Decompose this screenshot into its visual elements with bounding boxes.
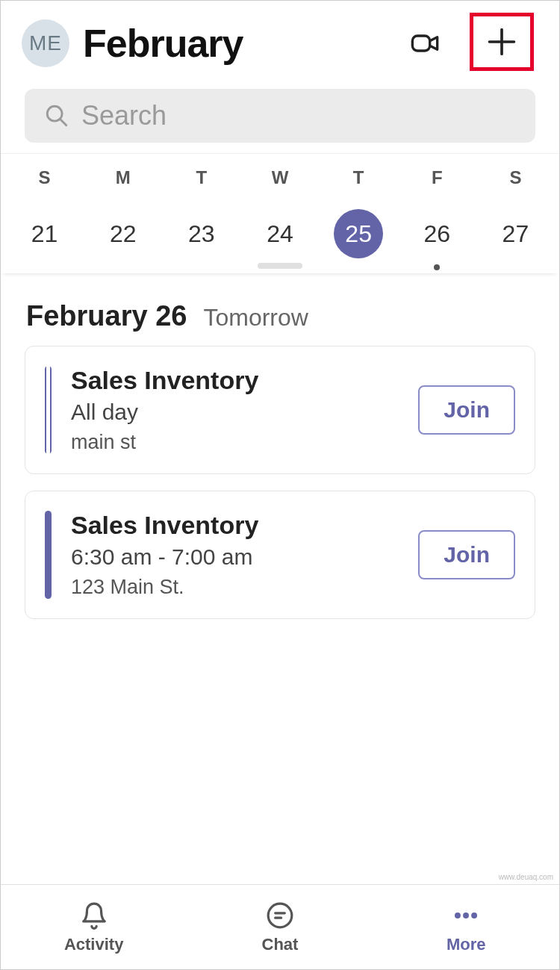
event-card[interactable]: Sales InventoryAll daymain stJoin [25, 346, 535, 474]
day-number: 21 [20, 209, 69, 258]
day-col[interactable]: T25 [320, 167, 398, 258]
bell-icon [80, 901, 108, 930]
plus-icon [485, 25, 518, 58]
video-icon [410, 28, 440, 58]
agenda-date: February 26 [26, 300, 187, 332]
search-input[interactable] [81, 100, 516, 131]
day-letter: T [353, 167, 364, 188]
day-col[interactable]: S27 [476, 167, 555, 258]
watermark: www.deuaq.com [499, 873, 553, 881]
chat-icon [266, 901, 294, 930]
add-event-button[interactable] [484, 24, 520, 60]
header-actions [407, 14, 534, 72]
day-number: 25 [334, 209, 383, 258]
nav-more[interactable]: More [373, 885, 559, 969]
event-location: 123 Main St. [71, 576, 399, 599]
more-icon [452, 901, 480, 930]
day-col[interactable]: W24 [240, 167, 319, 258]
svg-point-8 [455, 913, 461, 918]
svg-rect-0 [412, 36, 429, 51]
meet-now-button[interactable] [407, 25, 443, 61]
event-accent-bar [45, 366, 52, 454]
day-number: 26 [412, 209, 461, 258]
page-title: February [83, 21, 393, 66]
event-title: Sales Inventory [71, 511, 399, 540]
nav-more-label: More [447, 935, 486, 954]
svg-line-4 [60, 119, 66, 125]
svg-point-10 [471, 913, 477, 918]
event-info: Sales Inventory6:30 am - 7:00 am123 Main… [71, 511, 399, 599]
nav-chat[interactable]: Chat [187, 885, 373, 969]
event-card[interactable]: Sales Inventory6:30 am - 7:00 am123 Main… [25, 491, 535, 619]
add-event-highlight [470, 13, 534, 71]
day-letter: W [272, 167, 289, 188]
day-letter: M [116, 167, 131, 188]
event-accent-bar [45, 511, 52, 599]
event-info: Sales InventoryAll daymain st [71, 366, 399, 454]
svg-point-5 [268, 904, 292, 927]
event-title: Sales Inventory [71, 366, 399, 395]
search-bar[interactable] [25, 89, 535, 143]
day-col[interactable]: S21 [5, 167, 84, 258]
nav-activity-label: Activity [64, 935, 123, 954]
day-letter: S [509, 167, 521, 188]
join-button[interactable]: Join [418, 530, 515, 579]
nav-activity[interactable]: Activity [1, 885, 187, 969]
day-col[interactable]: M22 [84, 167, 162, 258]
event-location: main st [71, 431, 399, 454]
event-time: All day [71, 399, 399, 425]
day-letter: S [39, 167, 51, 188]
agenda-section-header: February 26 Tomorrow [1, 273, 559, 346]
bottom-nav: Activity Chat More [1, 884, 559, 969]
join-button[interactable]: Join [418, 385, 515, 435]
day-number: 23 [177, 209, 226, 258]
drag-handle[interactable] [258, 263, 302, 269]
day-letter: F [432, 167, 443, 188]
day-number: 27 [491, 209, 540, 258]
day-number: 22 [99, 209, 148, 258]
day-col[interactable]: F26 [398, 167, 476, 258]
app-header: ME February [1, 1, 559, 83]
svg-point-9 [463, 913, 469, 918]
day-number: 24 [255, 209, 305, 258]
day-letter: T [196, 167, 208, 188]
event-time: 6:30 am - 7:00 am [71, 544, 399, 570]
week-strip: S21M22T23W24T25F26S27 [1, 153, 559, 273]
agenda-relative: Tomorrow [203, 304, 308, 332]
nav-chat-label: Chat [262, 935, 299, 954]
event-list: Sales InventoryAll daymain stJoinSales I… [1, 346, 559, 619]
search-icon [44, 103, 69, 128]
day-col[interactable]: T23 [162, 167, 240, 258]
avatar[interactable]: ME [22, 19, 69, 67]
